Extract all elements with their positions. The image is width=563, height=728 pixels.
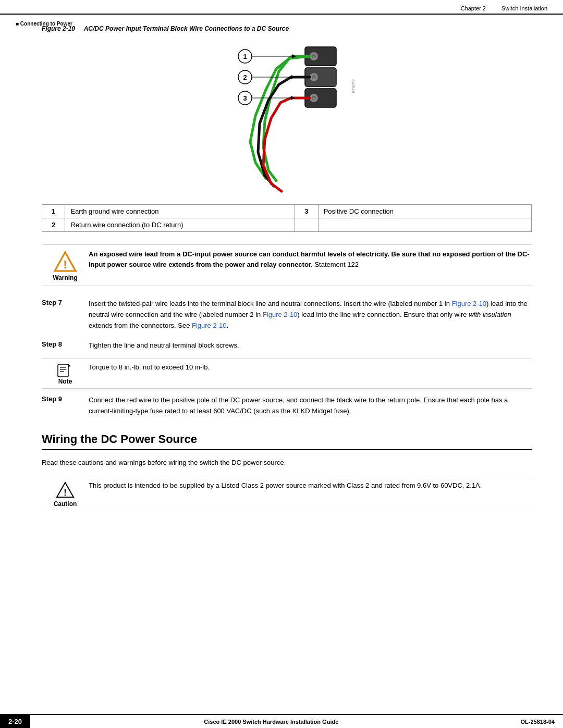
svg-marker-19 bbox=[291, 75, 295, 79]
section-heading: Wiring the DC Power Source bbox=[42, 433, 532, 450]
chapter-label: Chapter 2 bbox=[461, 5, 486, 11]
section-intro: Read these cautions and warnings before … bbox=[42, 458, 532, 468]
table-row: 2 Return wire connection (to DC return) bbox=[42, 218, 532, 232]
figure-section: Figure 2-10 AC/DC Power Input Terminal B… bbox=[42, 25, 532, 232]
footer-doc-number: OL-25818-04 bbox=[512, 716, 563, 727]
row1-num1: 1 bbox=[42, 205, 65, 218]
warning-icon-column: ! Warning bbox=[42, 249, 89, 281]
note-block: Note Torque to 8 in.-lb, not to exceed 1… bbox=[42, 359, 532, 389]
caution-block: ! Caution This product is intended to be… bbox=[42, 476, 532, 512]
caution-text: This product is intended to be supplied … bbox=[89, 480, 532, 491]
figure-caption: Figure 2-10 AC/DC Power Input Terminal B… bbox=[42, 25, 532, 32]
page-footer: 2-20 Cisco IE 2000 Switch Hardware Insta… bbox=[0, 714, 563, 728]
svg-marker-23 bbox=[291, 96, 295, 100]
svg-text:!: ! bbox=[63, 258, 67, 271]
step7-link3[interactable]: Figure 2-10 bbox=[192, 322, 226, 329]
step8-text: Tighten the line and neutral terminal bl… bbox=[89, 340, 532, 351]
step8-label: Step 8 bbox=[42, 340, 89, 348]
footer-title: Cisco IE 2000 Switch Hardware Installati… bbox=[30, 716, 512, 727]
step7-link1[interactable]: Figure 2-10 bbox=[452, 300, 486, 307]
caution-triangle-icon: ! bbox=[56, 482, 75, 498]
row1-label2: Positive DC connection bbox=[318, 205, 531, 218]
row1-label1: Earth ground wire connection bbox=[65, 205, 295, 218]
warning-triangle-icon: ! bbox=[54, 251, 77, 272]
svg-text:+: + bbox=[313, 96, 315, 101]
note-pencil-icon bbox=[56, 363, 75, 378]
step9-label: Step 9 bbox=[42, 395, 89, 403]
wiring-diagram: + + + 1 bbox=[203, 38, 370, 194]
page-header: Chapter 2 Switch Installation bbox=[0, 0, 563, 15]
step8-row: Step 8 Tighten the line and neutral term… bbox=[42, 338, 532, 351]
warning-block: ! Warning An exposed wire lead from a DC… bbox=[42, 244, 532, 286]
row2-num2 bbox=[295, 218, 318, 232]
caution-icon-column: ! Caution bbox=[42, 480, 89, 508]
step9-text: Connect the red wire to the positive pol… bbox=[89, 395, 532, 417]
step9-row: Step 9 Connect the red wire to the posit… bbox=[42, 393, 532, 417]
step7-link2[interactable]: Figure 2-10 bbox=[263, 311, 297, 318]
row1-num2: 3 bbox=[295, 205, 318, 218]
note-icon-column: Note bbox=[42, 362, 89, 385]
svg-text:3: 3 bbox=[243, 94, 247, 102]
svg-text:+: + bbox=[313, 76, 315, 80]
step7-text: Insert the twisted-pair wire leads into … bbox=[89, 299, 532, 331]
svg-text:347819: 347819 bbox=[351, 79, 356, 93]
warning-text: An exposed wire lead from a DC-input pow… bbox=[89, 249, 532, 269]
table-row: 1 Earth ground wire connection 3 Positiv… bbox=[42, 205, 532, 218]
note-text: Torque to 8 in.-lb, not to exceed 10 in-… bbox=[89, 362, 532, 373]
svg-text:1: 1 bbox=[243, 53, 247, 60]
page-number: 2-20 bbox=[0, 715, 30, 728]
step7-italic: with insulation bbox=[469, 311, 511, 318]
svg-text:+: + bbox=[313, 55, 315, 59]
main-content: Figure 2-10 AC/DC Power Input Terminal B… bbox=[0, 15, 563, 554]
note-label: Note bbox=[58, 378, 72, 385]
svg-text:2: 2 bbox=[243, 73, 247, 81]
row2-num1: 2 bbox=[42, 218, 65, 232]
step7-label: Step 7 bbox=[42, 299, 89, 306]
warning-label: Warning bbox=[53, 274, 78, 281]
row2-label1: Return wire connection (to DC return) bbox=[65, 218, 295, 232]
caution-label: Caution bbox=[54, 500, 77, 508]
figure-container: + + + 1 bbox=[42, 38, 532, 194]
svg-rect-27 bbox=[58, 364, 68, 377]
svg-text:!: ! bbox=[64, 488, 66, 497]
subsection-label: Connecting to Power bbox=[16, 21, 72, 27]
warning-bold-text: An exposed wire lead from a DC-input pow… bbox=[89, 250, 530, 268]
connection-table: 1 Earth ground wire connection 3 Positiv… bbox=[42, 204, 532, 232]
section-label: Switch Installation bbox=[501, 5, 547, 11]
step7-row: Step 7 Insert the twisted-pair wire lead… bbox=[42, 297, 532, 331]
row2-label2 bbox=[318, 218, 531, 232]
figure-title: AC/DC Power Input Terminal Block Wire Co… bbox=[84, 25, 289, 32]
